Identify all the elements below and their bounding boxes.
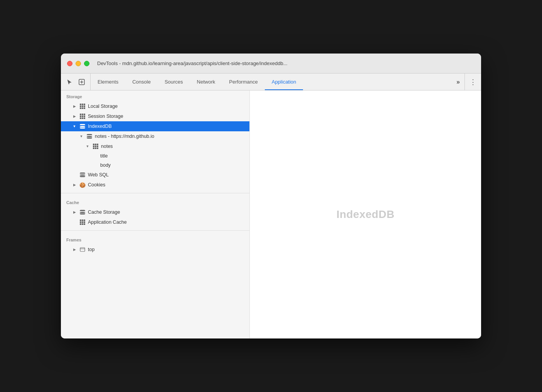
sidebar-item-top-frame[interactable]: top — [61, 245, 249, 255]
svg-rect-1 — [80, 248, 85, 251]
expand-session-storage-icon — [72, 114, 77, 119]
expand-notes-store-icon — [85, 144, 90, 149]
cursor-icon[interactable] — [64, 77, 75, 87]
sidebar-item-app-cache[interactable]: Application Cache — [61, 217, 249, 227]
devtools-menu-button[interactable]: ⋮ — [465, 74, 481, 90]
expand-local-storage-icon — [72, 104, 77, 109]
sidebar-item-cookies[interactable]: 🍪 Cookies — [61, 180, 249, 190]
tab-network[interactable]: Network — [190, 74, 222, 90]
notes-db-icon — [86, 133, 93, 139]
tab-bar: Elements Console Sources Network Perform… — [91, 74, 452, 90]
websql-icon — [79, 172, 86, 178]
cookies-icon: 🍪 — [79, 182, 86, 188]
devtools-window: DevTools - mdn.github.io/learning-area/j… — [61, 54, 481, 338]
close-button[interactable] — [67, 61, 72, 66]
main-content: Storage Local Storage — [61, 90, 481, 338]
notes-store-label: notes — [101, 144, 113, 149]
indexeddb-label: IndexedDB — [88, 124, 112, 129]
frames-section-header: Frames — [61, 234, 249, 245]
web-sql-label: Web SQL — [88, 172, 109, 178]
cookies-label: Cookies — [88, 182, 105, 188]
expand-cache-storage-icon — [72, 209, 77, 215]
body-index-label: body — [100, 162, 111, 168]
title-index-label: title — [100, 153, 108, 159]
cache-divider — [61, 230, 249, 231]
sidebar-item-session-storage[interactable]: Session Storage — [61, 111, 249, 121]
titlebar: DevTools - mdn.github.io/learning-area/j… — [61, 54, 481, 74]
app-cache-label: Application Cache — [88, 219, 127, 225]
toolbar: Elements Console Sources Network Perform… — [61, 74, 481, 90]
minimize-button[interactable] — [76, 61, 81, 66]
local-storage-label: Local Storage — [88, 104, 118, 109]
sidebar: Storage Local Storage — [61, 90, 250, 338]
tab-performance[interactable]: Performance — [222, 74, 264, 90]
app-cache-icon — [79, 219, 86, 225]
expand-notes-db-icon — [79, 134, 84, 139]
traffic-lights — [67, 61, 89, 66]
expand-top-frame-icon — [72, 247, 77, 252]
indexeddb-icon — [79, 123, 86, 129]
storage-divider — [61, 193, 249, 193]
expand-cookies-icon — [72, 182, 77, 188]
sidebar-item-notes-db[interactable]: notes - https://mdn.github.io — [61, 131, 249, 141]
toolbar-left-icons — [61, 74, 91, 90]
inspect-element-icon[interactable] — [76, 77, 87, 87]
sidebar-item-title-index[interactable]: title — [61, 151, 249, 161]
notes-db-label: notes - https://mdn.github.io — [95, 134, 154, 139]
cache-section-header: Cache — [61, 196, 249, 207]
more-tabs-button[interactable]: » — [452, 74, 465, 90]
window-title: DevTools - mdn.github.io/learning-area/j… — [97, 60, 288, 66]
panel-placeholder-text: IndexedDB — [337, 208, 395, 221]
expand-indexeddb-icon — [72, 124, 77, 129]
sidebar-item-indexeddb[interactable]: IndexedDB — [61, 121, 249, 131]
sidebar-item-notes-store[interactable]: notes — [61, 141, 249, 151]
storage-section-header: Storage — [61, 90, 249, 101]
tab-sources[interactable]: Sources — [158, 74, 190, 90]
tab-console[interactable]: Console — [125, 74, 158, 90]
notes-store-icon — [93, 143, 99, 149]
tab-application[interactable]: Application — [265, 74, 303, 90]
tab-elements[interactable]: Elements — [91, 74, 125, 90]
session-storage-icon — [79, 113, 86, 119]
session-storage-label: Session Storage — [88, 114, 123, 119]
top-frame-icon — [79, 246, 86, 253]
main-panel: IndexedDB — [250, 90, 481, 338]
sidebar-item-web-sql[interactable]: Web SQL — [61, 170, 249, 180]
sidebar-item-local-storage[interactable]: Local Storage — [61, 101, 249, 111]
top-frame-label: top — [88, 247, 94, 252]
cache-storage-icon — [79, 209, 86, 215]
local-storage-icon — [79, 103, 86, 109]
cache-storage-label: Cache Storage — [88, 209, 120, 215]
sidebar-item-body-index[interactable]: body — [61, 161, 249, 170]
sidebar-item-cache-storage[interactable]: Cache Storage — [61, 207, 249, 217]
maximize-button[interactable] — [84, 61, 89, 66]
